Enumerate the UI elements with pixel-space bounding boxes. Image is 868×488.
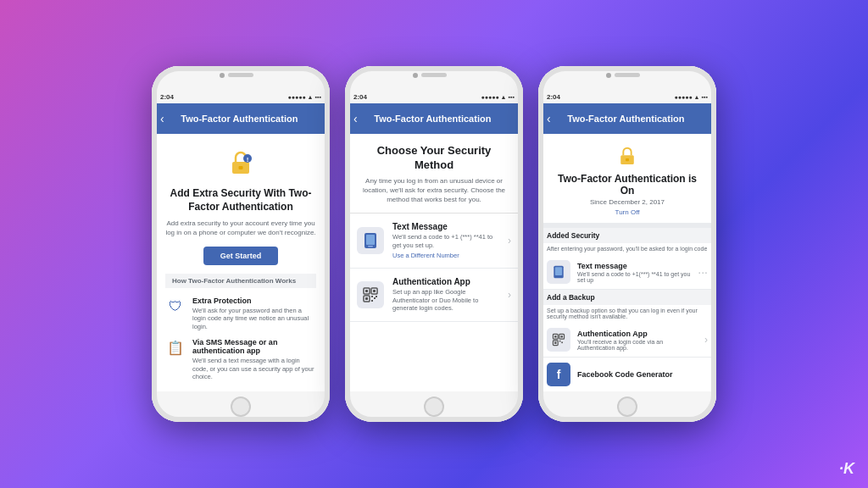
lock-icon-1: ! (222, 146, 259, 180)
svg-rect-11 (373, 290, 376, 292)
phone-3-time: 2:04 (547, 93, 560, 101)
phone-icon-svg-3 (551, 264, 566, 280)
phone-3-speaker (615, 73, 640, 77)
svg-rect-25 (560, 336, 562, 337)
phone-1-screen: ! Add Extra Security With Two-Factor Aut… (152, 134, 330, 391)
get-started-button[interactable]: Get Started (203, 247, 279, 265)
svg-rect-5 (366, 235, 375, 245)
auth-app-backup-text: Authentication App You'll receive a logi… (577, 330, 698, 351)
fb-code-gen-text: Facebook Code Generator (577, 370, 708, 380)
add-backup-header: Add a Backup (538, 290, 716, 305)
phones-container: 2:04 ●●●●● ▲ ▪▪▪ ‹ Two-Factor Authentica… (152, 66, 716, 422)
svg-rect-12 (365, 297, 368, 300)
screen1-content: ! Add Extra Security With Two-Factor Aut… (152, 134, 330, 391)
text-message-icon (357, 227, 384, 254)
nav-title-1: Two-Factor Authentication (170, 114, 309, 124)
svg-rect-13 (371, 296, 373, 297)
feature-item-1: 🛡 Extra Protection We'll ask for your pa… (165, 293, 316, 335)
nav-title-3: Two-Factor Authentication (556, 114, 696, 124)
phone-1-status-icons: ●●●●● ▲ ▪▪▪ (287, 94, 321, 100)
signal-icon: ●●●●● (287, 94, 305, 100)
fb-code-gen-title: Facebook Code Generator (577, 370, 708, 379)
auth-app-backup-item[interactable]: Authentication App You'll receive a logi… (538, 323, 716, 358)
svg-rect-27 (559, 341, 561, 342)
text-message-option-text: Text Message We'll send a code to +1 (**… (392, 222, 499, 259)
auth-app-option-text: Authentication App Set up an app like Go… (392, 277, 499, 313)
signal-icon-3: ●●●●● (674, 94, 692, 100)
feature-2-desc: We'll send a text message with a login c… (192, 357, 316, 381)
battery-icon-3: ▪▪▪ (702, 94, 708, 100)
wifi-icon-3: ▲ (694, 94, 700, 100)
phone-3-camera (606, 73, 611, 78)
phone-3-status-bar: 2:04 ●●●●● ▲ ▪▪▪ (538, 90, 716, 103)
auth-app-icon (357, 281, 384, 308)
svg-rect-1 (239, 166, 243, 169)
signal-icon-2: ●●●●● (481, 94, 498, 100)
auth-app-title: Authentication App (392, 277, 499, 286)
lock-svg-1: ! (225, 147, 256, 178)
home-button-2[interactable] (424, 396, 444, 417)
svg-text:!: ! (247, 156, 249, 164)
text-message-desc: We'll send a code to +1 (***) **41 to ge… (392, 233, 499, 250)
back-button-2[interactable]: ‹ (353, 112, 358, 125)
feature-2-text: Via SMS Message or an authentication app… (192, 338, 316, 381)
text-message-backup-item[interactable]: Text message We'll send a code to +1(***… (538, 255, 716, 290)
chevron-right-icon-3: › (704, 334, 708, 346)
screen2-desc: Any time you log in from an unusual devi… (357, 176, 511, 205)
phone-icon-svg (361, 231, 380, 250)
svg-rect-15 (371, 300, 373, 302)
phone-3-nav: ‹ Two-Factor Authentication (538, 103, 716, 134)
screen2-header: Choose Your Security Method Any time you… (345, 134, 523, 214)
svg-rect-24 (554, 336, 556, 337)
more-options-icon-1[interactable]: ··· (698, 265, 708, 279)
text-message-title: Text Message (392, 222, 499, 231)
auth-app-backup-title: Authentication App (577, 330, 698, 338)
svg-rect-20 (555, 267, 562, 275)
phone-3-top (538, 66, 716, 90)
phone-1-top (152, 66, 330, 90)
phone-2-top (345, 66, 523, 90)
lock-icon-3 (614, 142, 641, 169)
battery-icon: ▪▪▪ (315, 94, 321, 100)
add-backup-desc: Set up a backup option so that you can l… (538, 305, 716, 323)
different-number-link[interactable]: Use a Different Number (392, 252, 499, 259)
auth-app-backup-desc: You'll receive a login code via an Authe… (577, 339, 698, 351)
feature-1-title: Extra Protection (192, 297, 316, 305)
phone-3-bottom (538, 391, 716, 422)
how-it-works-header: How Two-Factor Authentication Works (165, 274, 316, 288)
phone-1: 2:04 ●●●●● ▲ ▪▪▪ ‹ Two-Factor Authentica… (152, 66, 330, 422)
home-button-3[interactable] (617, 396, 637, 417)
phone-3: 2:04 ●●●●● ▲ ▪▪▪ ‹ Two-Factor Authentica… (538, 66, 716, 422)
fb-code-gen-item[interactable]: f Facebook Code Generator (538, 358, 716, 391)
turn-off-link[interactable]: Turn Off (615, 208, 640, 216)
wifi-icon-2: ▲ (501, 94, 507, 100)
chevron-right-icon-1: › (508, 235, 511, 247)
phone-2-nav: ‹ Two-Factor Authentication (345, 103, 523, 134)
added-security-desc: After entering your password, you'll be … (538, 243, 716, 255)
screen3-content: Two-Factor Authentication is On Since De… (538, 134, 716, 391)
svg-rect-14 (374, 297, 376, 299)
back-button-1[interactable]: ‹ (160, 112, 164, 125)
screen3-hero: Two-Factor Authentication is On Since De… (538, 134, 716, 228)
shield-icon: 🛡 (165, 297, 186, 317)
svg-rect-18 (626, 158, 629, 161)
screen1-desc: Add extra security to your account every… (165, 219, 316, 237)
text-message-backup-icon (547, 260, 570, 284)
sms-icon: 📋 (165, 338, 186, 358)
text-message-option[interactable]: Text Message We'll send a code to +1 (**… (345, 214, 523, 269)
phone-2-bottom (345, 391, 523, 422)
watermark: ·K (839, 460, 854, 478)
auth-app-option[interactable]: Authentication App Set up an app like Go… (345, 269, 523, 322)
phone-1-bottom (152, 391, 330, 422)
phone-2-status-bar: 2:04 ●●●●● ▲ ▪▪▪ (345, 90, 523, 103)
qr-icon-svg-3 (551, 332, 566, 347)
svg-rect-16 (376, 296, 377, 297)
battery-icon-2: ▪▪▪ (509, 94, 515, 100)
svg-rect-10 (365, 290, 368, 292)
phone-1-status-bar: 2:04 ●●●●● ▲ ▪▪▪ (152, 90, 330, 103)
phone-2-status-icons: ●●●●● ▲ ▪▪▪ (481, 94, 515, 100)
chevron-right-icon-2: › (508, 289, 511, 301)
screen3-title: Two-Factor Authentication is On (550, 173, 704, 197)
back-button-3[interactable]: ‹ (547, 112, 551, 125)
home-button-1[interactable] (231, 396, 251, 417)
